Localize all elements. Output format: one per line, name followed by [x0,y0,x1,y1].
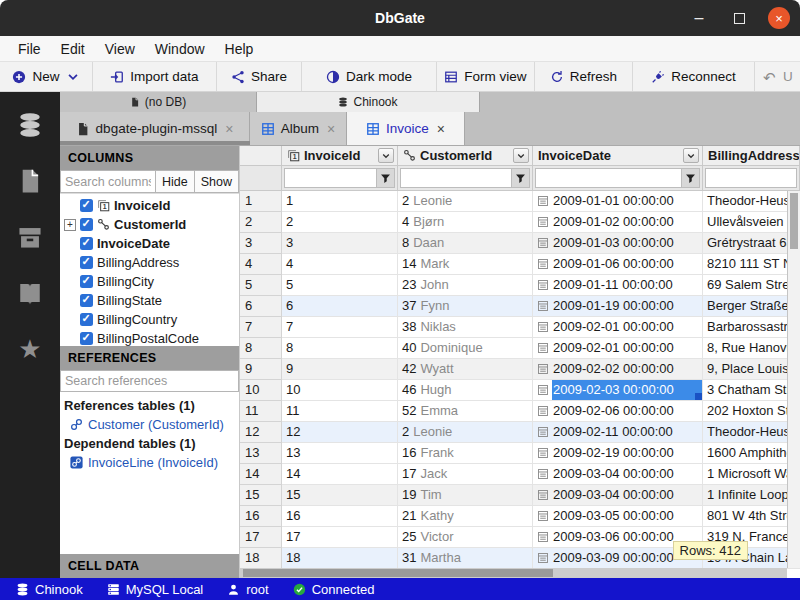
vertical-scrollbar[interactable] [787,191,800,568]
cell-customerid[interactable]: 16Frank [398,443,533,464]
close-icon[interactable]: × [225,121,233,137]
show-button[interactable]: Show [195,170,239,193]
cell-customerid[interactable]: 31Martha [398,548,533,569]
column-menu-button[interactable] [683,148,699,163]
cell-invoiceid[interactable]: 18 [282,548,398,569]
reference-link-customer[interactable]: Customer (CustomerId) [62,415,239,434]
cell-invoicedate[interactable]: 2009-02-03 00:00:00 [533,380,703,401]
menu-view[interactable]: View [97,39,143,59]
menu-help[interactable]: Help [217,39,262,59]
cell-invoiceid[interactable]: 11 [282,401,398,422]
cell-customerid[interactable]: 52Emma [398,401,533,422]
cell-invoicedate[interactable]: 2009-03-04 00:00:00 [533,464,703,485]
column-menu-button[interactable] [378,148,394,163]
checkbox-checked-icon[interactable] [80,275,93,288]
cell-billingaddress[interactable]: 69 Salem Street [703,275,800,296]
cell-invoicedate[interactable]: 2009-01-19 00:00:00 [533,296,703,317]
cell-customerid[interactable]: 14Mark [398,254,533,275]
cell-invoiceid[interactable]: 5 [282,275,398,296]
column-item-billingcountry[interactable]: BillingCountry [60,310,239,329]
cell-customerid[interactable]: 19Tim [398,485,533,506]
cell-customerid[interactable]: 37Fynn [398,296,533,317]
cell-billingaddress[interactable]: 1 Infinite Loop [703,485,800,506]
cell-invoiceid[interactable]: 7 [282,317,398,338]
checkbox-checked-icon[interactable] [80,199,93,212]
cell-customerid[interactable]: 46Hugh [398,380,533,401]
toolbar-refresh-button[interactable]: Refresh [535,62,633,91]
filter-input[interactable] [400,168,512,188]
checkbox-checked-icon[interactable] [80,294,93,307]
toolbar-reconnect-button[interactable]: Reconnect [633,62,755,91]
cell-invoiceid[interactable]: 3 [282,233,398,254]
cell-billingaddress[interactable]: Theodor-Heuss-Straße 34 [703,422,800,443]
filter-funnel-button[interactable] [682,168,700,188]
cell-invoicedate[interactable]: 2009-02-01 00:00:00 [533,317,703,338]
cell-invoiceid[interactable]: 16 [282,506,398,527]
minimize-icon[interactable]: – [688,7,710,29]
cell-customerid[interactable]: 4Bjørn [398,212,533,233]
cell-billingaddress[interactable]: 8, Rue Hanovre [703,338,800,359]
column-item-billingcity[interactable]: BillingCity [60,272,239,291]
cell-invoiceid[interactable]: 8 [282,338,398,359]
tab-invoice[interactable]: Invoice× [347,112,465,145]
cell-invoicedate[interactable]: 2009-02-19 00:00:00 [533,443,703,464]
cell-customerid[interactable]: 23John [398,275,533,296]
cell-customerid[interactable]: 38Niklas [398,317,533,338]
cell-invoicedate[interactable]: 2009-01-02 00:00:00 [533,212,703,233]
column-item-billingaddress[interactable]: BillingAddress [60,253,239,272]
cell-customerid[interactable]: 42Wyatt [398,359,533,380]
cell-billingaddress[interactable]: Grétrystraat 63 [703,233,800,254]
tab-scrollbar[interactable] [60,141,250,145]
cell-invoiceid[interactable]: 13 [282,443,398,464]
column-header-invoicedate[interactable]: InvoiceDate [533,146,703,165]
vertical-scrollbar-thumb[interactable] [790,193,798,249]
sidebar-star-button[interactable]: ★ [15,334,45,364]
search-columns-input[interactable] [60,170,156,193]
cell-invoiceid[interactable]: 10 [282,380,398,401]
sidebar-file-button[interactable] [15,166,45,196]
cell-customerid[interactable]: 40Dominique [398,338,533,359]
selection-fill-handle[interactable] [695,393,702,400]
toolbar-import-data-button[interactable]: Import data [93,62,217,91]
status-connected[interactable]: Connected [293,582,375,597]
checkbox-checked-icon[interactable] [80,332,93,345]
search-references-input[interactable] [60,370,239,392]
sidebar-book-button[interactable] [15,278,45,308]
cell-billingaddress[interactable]: 3 Chatham Street [703,380,800,401]
cell-invoiceid[interactable]: 1 [282,191,398,212]
cell-invoicedate[interactable]: 2009-01-01 00:00:00 [533,191,703,212]
menu-window[interactable]: Window [147,39,213,59]
menu-edit[interactable]: Edit [53,39,93,59]
cell-billingaddress[interactable]: Barbarossastraße 19 [703,317,800,338]
checkbox-checked-icon[interactable] [80,218,93,231]
close-icon[interactable]: × [437,121,445,137]
checkbox-checked-icon[interactable] [80,256,93,269]
sidebar-database-button[interactable] [15,110,45,140]
cell-invoiceid[interactable]: 17 [282,527,398,548]
cell-invoicedate[interactable]: 2009-01-06 00:00:00 [533,254,703,275]
cell-invoicedate[interactable]: 2009-02-11 00:00:00 [533,422,703,443]
cell-invoiceid[interactable]: 6 [282,296,398,317]
cell-customerid[interactable]: 25Victor [398,527,533,548]
cell-invoiceid[interactable]: 15 [282,485,398,506]
cell-billingaddress[interactable]: 202 Hoxton Street [703,401,800,422]
checkbox-checked-icon[interactable] [80,237,93,250]
toolbar-form-view-button[interactable]: Form view [437,62,535,91]
column-item-invoicedate[interactable]: InvoiceDate [60,234,239,253]
cell-invoicedate[interactable]: 2009-01-11 00:00:00 [533,275,703,296]
cell-billingaddress[interactable]: Berger Straße 10 [703,296,800,317]
column-header-customerid[interactable]: CustomerId [398,146,533,165]
column-header-invoiceid[interactable]: 1InvoiceId [282,146,398,165]
cell-billingaddress[interactable]: 1 Microsoft Way [703,464,800,485]
horizontal-scrollbar[interactable] [240,568,787,578]
column-item-invoiceid[interactable]: 1InvoiceId [60,196,239,215]
cell-invoicedate[interactable]: 2009-02-06 00:00:00 [533,401,703,422]
cell-billingaddress[interactable]: 801 W 4th Street [703,506,800,527]
column-item-billingpostalcode[interactable]: BillingPostalCode [60,329,239,346]
cell-customerid[interactable]: 21Kathy [398,506,533,527]
cell-invoicedate[interactable]: 2009-01-03 00:00:00 [533,233,703,254]
toolbar-new-button[interactable]: New [0,62,93,91]
tab-album[interactable]: Album× [250,112,347,145]
cell-customerid[interactable]: 8Daan [398,233,533,254]
horizontal-scrollbar-thumb[interactable] [243,569,553,577]
